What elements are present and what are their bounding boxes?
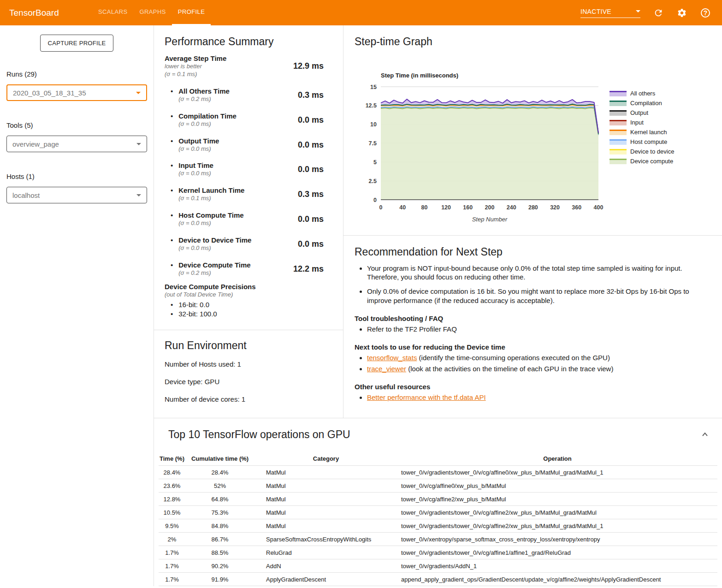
- category-cell: AddN: [254, 563, 397, 570]
- performance-summary-section: Performance Summary Average Step Time lo…: [154, 25, 343, 418]
- category-cell: MatMul: [254, 482, 397, 489]
- legend-label: Input: [630, 119, 644, 126]
- hosts-select[interactable]: localhost: [6, 187, 147, 203]
- tools-select[interactable]: overview_page: [6, 136, 147, 152]
- top-ops-table: Time (%)Cumulative time (%)CategoryOpera…: [159, 452, 717, 586]
- tab-scalars[interactable]: SCALARS: [92, 0, 134, 25]
- table-row: 28.4%28.4%MatMultower_0/v/gradients/towe…: [159, 466, 717, 479]
- operation-cell: append_apply_gradient_ops/GradientDescen…: [397, 576, 717, 583]
- recommendation-bullet: Your program is NOT input-bound because …: [367, 264, 710, 281]
- legend-label: Compilation: [630, 100, 662, 107]
- chevron-down-icon: [636, 10, 640, 15]
- table-row: 1.7%91.9%ApplyGradientDescentappend_appl…: [159, 573, 717, 586]
- breakdown-item-value: 0.0 ms: [298, 140, 324, 150]
- device-compute-precisions: Device Compute Precisions (out of Total …: [165, 283, 324, 319]
- chevron-down-icon: [136, 92, 141, 96]
- next-tools-list: tensorflow_stats (identify the time-cons…: [355, 353, 710, 373]
- tools-label: Tools (5): [6, 121, 154, 129]
- cumulative-cell: 84.8%: [185, 523, 254, 529]
- svg-text:240: 240: [507, 204, 516, 211]
- cumulative-cell: 52%: [185, 482, 254, 489]
- svg-text:10: 10: [370, 121, 377, 128]
- breakdown-item-label: Device Compute Time: [178, 261, 293, 269]
- tool-link-description: (look at the activities on the timeline …: [406, 365, 613, 373]
- tab-graphs[interactable]: GRAPHS: [134, 0, 172, 25]
- category-cell: ApplyGradientDescent: [254, 576, 397, 583]
- capture-profile-button[interactable]: CAPTURE PROFILE: [40, 35, 114, 52]
- help-icon: ?: [701, 8, 710, 18]
- category-cell: MatMul: [254, 509, 397, 516]
- precisions-note: (out of Total Device Time): [165, 291, 324, 299]
- runs-select[interactable]: 2020_03_05_18_31_35: [6, 84, 147, 101]
- svg-text:2.5: 2.5: [369, 178, 377, 184]
- svg-text:280: 280: [528, 204, 538, 211]
- other-resources-title: Other useful resources: [355, 383, 710, 391]
- operation-cell: tower_0/v/gradients/tower_0/v/cg/affine1…: [397, 549, 717, 556]
- cumulative-cell: 86.7%: [185, 536, 254, 543]
- average-step-time-row: Average Step Time lower is better (σ = 0…: [165, 54, 324, 78]
- legend-swatch-icon: [610, 101, 627, 106]
- next-tools-title: Next tools to use for reducing the Devic…: [355, 343, 710, 351]
- tool-link[interactable]: tensorflow_stats: [367, 354, 417, 362]
- next-tool-item: tensorflow_stats (identify the time-cons…: [367, 353, 710, 362]
- breakdown-item-value: 0.0 ms: [298, 115, 324, 125]
- category-cell: SparseSoftmaxCrossEntropyWithLogits: [254, 536, 397, 543]
- time-cell: 12.8%: [159, 496, 185, 503]
- runs-select-value: 2020_03_05_18_31_35: [13, 89, 86, 97]
- settings-button[interactable]: [676, 7, 687, 18]
- operation-cell: tower_0/v/gradients/AddN_1: [397, 563, 717, 570]
- legend-swatch-icon: [610, 130, 627, 135]
- breakdown-item-label: Input Time: [178, 161, 298, 170]
- legend-label: Device to device: [630, 148, 674, 155]
- legend-swatch-icon: [610, 139, 627, 145]
- breakdown-item-value: 0.0 ms: [298, 165, 324, 174]
- reload-status-select[interactable]: INACTIVE: [580, 8, 640, 18]
- svg-text:360: 360: [572, 204, 581, 211]
- breakdown-item-sigma: (σ = 0.0 ms): [178, 120, 298, 128]
- legend-label: Host compute: [630, 138, 667, 145]
- time-cell: 23.6%: [159, 482, 185, 489]
- operation-cell: tower_0/v/gradients/tower_0/v/cg/affine0…: [397, 469, 717, 476]
- breakdown-item: Compilation Time(σ = 0.0 ms)0.0 ms: [165, 112, 324, 128]
- breakdown-item: Kernel Launch Time(σ = 0.1 ms)0.3 ms: [165, 186, 324, 202]
- chart-legend: All othersCompilationOutputInputKernel l…: [610, 89, 674, 226]
- hosts-label: Hosts (1): [6, 172, 154, 180]
- refresh-button[interactable]: [653, 7, 664, 18]
- performance-summary-title: Performance Summary: [165, 36, 324, 48]
- average-step-time-label: Average Step Time: [165, 54, 293, 63]
- time-cell: 1.7%: [159, 576, 185, 583]
- main-tabs: SCALARSGRAPHSPROFILE: [92, 0, 211, 25]
- faq-item: Refer to the TF2 Profiler FAQ: [367, 325, 710, 333]
- svg-text:Step Number: Step Number: [472, 216, 508, 223]
- breakdown-item-label: Output Time: [178, 137, 298, 145]
- operation-cell: tower_0/v/cg/affine0/xw_plus_b/MatMul: [397, 482, 717, 489]
- run-environment-line: Number of device cores: 1: [165, 394, 324, 404]
- tab-profile[interactable]: PROFILE: [172, 0, 211, 25]
- resource-link[interactable]: Better performance with the tf.data API: [367, 393, 486, 401]
- category-cell: MatMul: [254, 523, 397, 529]
- time-cell: 1.7%: [159, 563, 185, 570]
- header-controls: INACTIVE ?: [580, 7, 711, 18]
- legend-label: Device compute: [630, 158, 673, 165]
- cumulative-cell: 88.5%: [185, 549, 254, 556]
- time-cell: 1.7%: [159, 549, 185, 556]
- breakdown-item: Input Time(σ = 0.0 ms)0.0 ms: [165, 161, 324, 178]
- breakdown-item-sigma: (σ = 0.2 ms): [178, 269, 293, 277]
- legend-item: Input: [610, 118, 674, 127]
- run-environment-line: Number of Hosts used: 1: [165, 359, 324, 369]
- breakdown-item: Host Compute Time(σ = 0.0 ms)0.0 ms: [165, 211, 324, 227]
- breakdown-item: Output Time(σ = 0.0 ms)0.0 ms: [165, 137, 324, 153]
- svg-text:0: 0: [379, 204, 383, 211]
- operation-cell: tower_0/v/gradients/tower_0/v/cg/affine2…: [397, 509, 717, 516]
- column-header: Operation: [397, 455, 717, 462]
- table-row: 1.7%88.5%ReluGradtower_0/v/gradients/tow…: [159, 546, 717, 559]
- collapse-chevron-up-icon[interactable]: [701, 431, 709, 438]
- tools-select-value: overview_page: [12, 140, 59, 148]
- breakdown-item-sigma: (σ = 0.0 ms): [178, 244, 298, 252]
- breakdown-item: All Others Time(σ = 0.2 ms)0.3 ms: [165, 87, 324, 103]
- breakdown-item-value: 12.2 ms: [293, 264, 324, 274]
- time-cell: 2%: [159, 536, 185, 543]
- tool-link[interactable]: trace_viewer: [367, 365, 406, 373]
- section-divider: [343, 235, 722, 236]
- help-button[interactable]: ?: [700, 7, 711, 18]
